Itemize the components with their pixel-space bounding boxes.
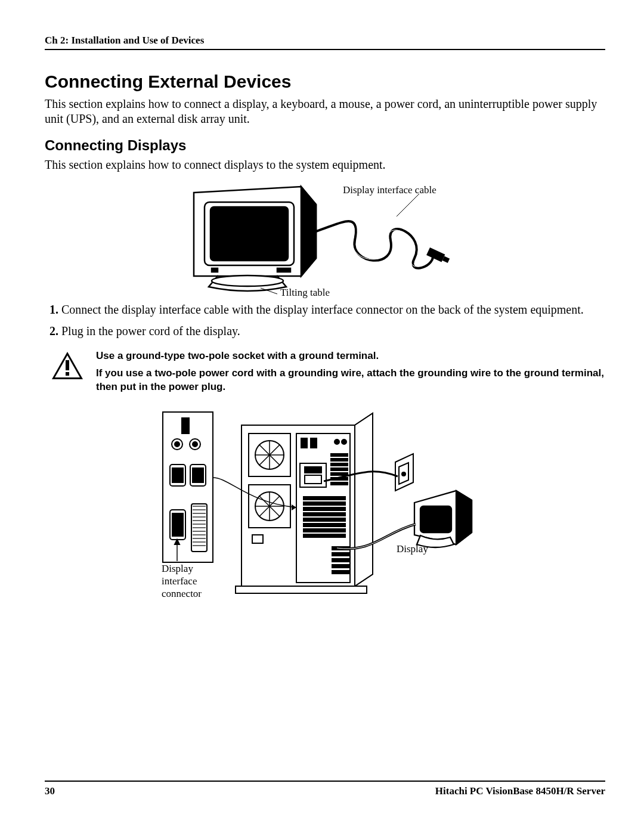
svg-rect-81 — [304, 502, 345, 505]
warning-text: Use a ground-type two-pole socket with a… — [96, 349, 605, 398]
svg-rect-72 — [305, 475, 321, 484]
svg-rect-77 — [331, 473, 348, 475]
figure2-label-display: Display — [397, 543, 428, 555]
warning-block: Use a ground-type two-pole socket with a… — [51, 349, 605, 398]
svg-rect-71 — [305, 467, 321, 473]
figure1-label-tilting-table: Tilting table — [280, 287, 330, 299]
svg-rect-30 — [172, 513, 174, 536]
step-item: Connect the display interface cable with… — [61, 302, 605, 317]
product-name: Hitachi PC VisionBase 8450H/R Server — [435, 785, 605, 797]
svg-point-16 — [175, 442, 179, 447]
warning-line-2: If you use a two-pole power cord with a … — [96, 367, 605, 394]
caution-icon — [51, 351, 84, 383]
svg-rect-26 — [196, 468, 197, 482]
chapter-header: Ch 2: Installation and Use of Devices — [45, 35, 605, 50]
svg-point-68 — [335, 439, 339, 444]
intro-paragraph-2: This section explains how to connect dis… — [45, 157, 605, 172]
page-footer: 30 Hitachi PC VisionBase 8450H/R Server — [45, 781, 605, 797]
svg-point-34 — [176, 524, 178, 527]
page-number: 30 — [45, 785, 55, 797]
svg-rect-5 — [426, 247, 445, 262]
figure2-label-connector-line2: interface — [162, 575, 197, 587]
svg-rect-12 — [66, 372, 69, 376]
svg-rect-90 — [332, 559, 349, 562]
svg-rect-67 — [311, 438, 317, 448]
svg-rect-21 — [175, 468, 177, 482]
warning-line-1: Use a ground-type two-pole socket with a… — [96, 349, 605, 363]
svg-rect-27 — [199, 468, 200, 482]
subsection-title: Connecting Displays — [45, 137, 605, 154]
svg-rect-33 — [181, 513, 183, 536]
svg-rect-11 — [66, 360, 69, 370]
svg-rect-87 — [304, 534, 345, 537]
figure2-label-connector-line1: Display — [162, 563, 193, 574]
svg-rect-92 — [332, 571, 349, 574]
svg-rect-94 — [420, 506, 451, 532]
svg-rect-86 — [304, 529, 345, 532]
figure-server-rear: Display Display interface connector — [158, 407, 492, 598]
svg-rect-74 — [331, 459, 348, 461]
svg-rect-4 — [277, 268, 290, 272]
chapter-label: Ch 2: Installation and Use of Devices — [45, 35, 204, 46]
svg-rect-85 — [304, 524, 345, 527]
svg-rect-14 — [182, 418, 189, 433]
figure-display-cable: Display interface cable Tilting table — [176, 181, 474, 297]
svg-rect-20 — [172, 468, 174, 482]
svg-rect-79 — [331, 482, 348, 485]
section-title: Connecting External Devices — [45, 72, 605, 92]
svg-point-69 — [342, 439, 346, 444]
step-list: Connect the display interface cable with… — [45, 302, 605, 339]
svg-rect-84 — [304, 518, 345, 521]
svg-point-93 — [402, 472, 405, 476]
figure2-label-connector-line3: connector — [162, 588, 202, 599]
svg-rect-51 — [236, 586, 367, 593]
svg-rect-3 — [212, 268, 218, 272]
svg-rect-73 — [331, 454, 348, 456]
svg-rect-1 — [210, 207, 288, 261]
svg-rect-91 — [332, 565, 349, 568]
svg-point-2 — [212, 275, 283, 286]
svg-rect-76 — [331, 468, 348, 470]
svg-rect-28 — [202, 468, 203, 482]
step-item: Plug in the power cord of the display. — [61, 323, 605, 339]
svg-rect-82 — [304, 507, 345, 510]
svg-line-7 — [397, 194, 419, 216]
figure1-label-cable: Display interface cable — [343, 184, 436, 196]
svg-rect-75 — [331, 463, 348, 466]
svg-rect-25 — [193, 468, 194, 482]
svg-rect-80 — [304, 497, 345, 500]
svg-rect-83 — [304, 513, 345, 516]
svg-rect-89 — [332, 553, 349, 556]
svg-point-18 — [193, 442, 197, 447]
svg-rect-22 — [178, 468, 180, 482]
svg-rect-64 — [252, 535, 263, 543]
intro-paragraph-1: This section explains how to connect a d… — [45, 97, 605, 126]
svg-rect-23 — [181, 468, 183, 482]
svg-rect-66 — [301, 438, 307, 448]
